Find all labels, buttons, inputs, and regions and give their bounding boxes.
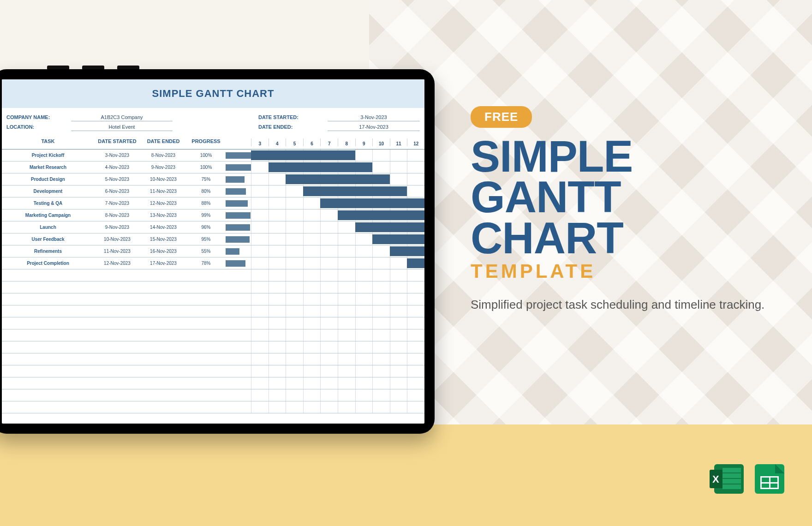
meta-datestart-value: 3-Nov-2023 [328,114,420,121]
cell-end: 14-Nov-2023 [140,225,186,230]
gantt-cell [251,221,424,233]
gantt-cell [251,149,424,161]
day-header: 6 [303,138,321,146]
cell-start: 3-Nov-2023 [94,153,140,158]
cell-end: 8-Nov-2023 [140,153,186,158]
cell-progress: 75% [186,177,226,182]
gantt-bar [407,258,424,268]
progress-bar [226,176,245,183]
tablet-buttons [47,66,139,69]
cell-task: Marketing Campaign [2,213,94,218]
day-header: 9 [355,138,373,146]
day-header: 10 [372,138,390,146]
gantt-bar [286,174,390,184]
table-row-empty [2,353,424,365]
meta-dateend-value: 17-Nov-2023 [328,124,420,131]
gantt-bar [390,246,424,256]
day-header: 7 [320,138,338,146]
cell-progress: 88% [186,201,226,206]
table-row-empty [2,365,424,377]
cell-end: 11-Nov-2023 [140,189,186,194]
day-header: 8 [338,138,355,146]
table-row-empty [2,401,424,413]
gantt-cell [251,197,424,209]
cell-progress: 55% [186,249,226,254]
table-row-empty [2,329,424,341]
table-row: User Feedback10-Nov-202315-Nov-202395% [2,233,424,245]
promo-description: Simplified project task scheduling and t… [471,296,775,313]
cell-end: 10-Nov-2023 [140,177,186,182]
progress-bar-cell [226,224,251,231]
title-line-1: SIMPLE [471,136,775,177]
meta-location-label: LOCATION: [6,124,71,131]
progress-bar [226,248,239,255]
title-line-3: CHART [471,218,775,258]
table-row: Project Completion12-Nov-202317-Nov-2023… [2,257,424,269]
cell-start: 7-Nov-2023 [94,201,140,206]
cell-start: 4-Nov-2023 [94,165,140,170]
progress-bar [226,224,250,231]
progress-bar-cell [226,200,251,207]
progress-bar-cell [226,176,251,183]
cell-end: 12-Nov-2023 [140,201,186,206]
gantt-cell [251,185,424,197]
spreadsheet-screen: SIMPLE GANTT CHART COMPANY NAME: A1B2C3 … [2,79,424,424]
gantt-bar [303,186,407,196]
table-row: Testing & QA7-Nov-202312-Nov-202388% [2,197,424,209]
meta-location-value: Hotel Event [71,124,173,131]
google-sheets-icon [755,464,784,494]
gantt-bar [251,150,355,160]
cell-progress: 99% [186,213,226,218]
table-headers: TASK DATE STARTED DATE ENDED PROGRESS 34… [2,135,424,149]
spreadsheet-meta: COMPANY NAME: A1B2C3 Company DATE STARTE… [2,108,424,135]
gantt-cell [251,257,424,269]
table-row: Refinements11-Nov-202316-Nov-202355% [2,245,424,257]
cell-start: 12-Nov-2023 [94,261,140,266]
promo-subtitle: TEMPLATE [471,260,775,282]
progress-bar-cell [226,236,251,243]
cell-start: 6-Nov-2023 [94,189,140,194]
progress-bar [226,164,251,171]
cell-task: Project Kickoff [2,153,94,158]
bottom-band [0,424,812,526]
table-row-empty [2,377,424,389]
cell-progress: 95% [186,237,226,242]
gantt-cell [251,245,424,257]
gantt-day-headers: 3456789101112 [251,138,424,146]
cell-start: 10-Nov-2023 [94,237,140,242]
tablet-frame: SIMPLE GANTT CHART COMPANY NAME: A1B2C3 … [0,69,435,434]
promo-title: SIMPLE GANTT CHART [471,136,775,258]
meta-company-label: COMPANY NAME: [6,114,71,121]
day-header: 11 [390,138,407,146]
spreadsheet-title: SIMPLE GANTT CHART [2,79,424,108]
col-date-started: DATE STARTED [94,138,140,146]
cell-progress: 80% [186,189,226,194]
cell-progress: 96% [186,225,226,230]
table-row: Launch9-Nov-202314-Nov-202396% [2,221,424,233]
progress-bar-cell [226,164,251,171]
cell-start: 11-Nov-2023 [94,249,140,254]
cell-end: 16-Nov-2023 [140,249,186,254]
progress-bar [226,236,250,243]
free-badge: FREE [471,106,532,128]
progress-bar [226,260,245,267]
cell-task: Project Completion [2,261,94,266]
table-row: Product Design5-Nov-202310-Nov-202375% [2,173,424,185]
cell-progress: 78% [186,261,226,266]
col-progress: PROGRESS [186,138,226,146]
progress-bar-cell [226,212,251,219]
cell-task: Testing & QA [2,201,94,206]
gantt-bar [338,210,424,220]
progress-bar [226,152,251,159]
day-header: 12 [407,138,424,146]
format-icons [714,464,784,494]
table-row: Marketing Campaign8-Nov-202313-Nov-20239… [2,209,424,221]
table-row-empty [2,317,424,329]
cell-start: 8-Nov-2023 [94,213,140,218]
title-line-2: GANTT [471,177,775,217]
table-row: Project Kickoff3-Nov-20238-Nov-2023100% [2,149,424,161]
progress-bar-cell [226,152,251,159]
meta-company-value: A1B2C3 Company [71,114,173,121]
cell-start: 9-Nov-2023 [94,225,140,230]
progress-bar [226,200,248,207]
